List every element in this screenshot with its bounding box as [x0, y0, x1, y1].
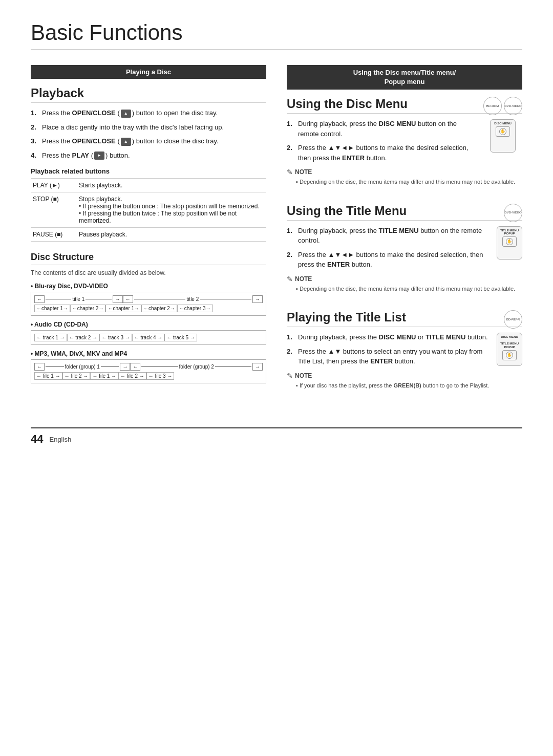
step-2: 2. Place a disc gently into the tray wit… — [31, 122, 266, 133]
table-row-pause: PAUSE (■) Pauses playback. — [31, 228, 266, 242]
note-pencil-icon-3: ✎ — [287, 372, 293, 380]
title-list-section: BD-RE/-R DISC MENUTITLE MENUPOPUP ✋ Play… — [287, 310, 522, 395]
note-label-text-2: NOTE — [295, 275, 312, 283]
disc-menu-step-2: 2. Press the ▲▼◄► buttons to make the de… — [287, 143, 479, 163]
disc-menu-note: ✎ NOTE ▪ Depending on the disc, the menu… — [287, 168, 522, 186]
playback-related-buttons-title: Playback related buttons — [31, 167, 266, 175]
step-1-text: Press the OPEN/CLOSE (▲) button to open … — [42, 108, 218, 118]
playback-table: PLAY (►) Starts playback. STOP (■) Stops… — [31, 178, 266, 242]
page-title: Basic Functions — [31, 20, 522, 50]
step-4-num: 4. — [31, 150, 39, 161]
title-list-remote: DISC MENUTITLE MENUPOPUP ✋ — [497, 333, 522, 366]
page-number: 44 — [31, 433, 43, 446]
disc-structure-heading: Disc Structure — [31, 252, 266, 265]
disc-menu-step-1: 1. During playback, press the DISC MENU … — [287, 119, 479, 139]
bluray-label: • Blu-ray Disc, DVD-VIDEO — [31, 283, 266, 290]
playback-steps-list: 1. Press the OPEN/CLOSE (▲) button to op… — [31, 108, 266, 160]
footer: 44 English — [31, 427, 522, 446]
title-list-step-2: 2. Press the ▲▼ buttons to select an ent… — [287, 347, 493, 366]
pause-button-label: PAUSE (■) — [31, 228, 77, 242]
title-menu-step-2: 2. Press the ▲▼◄► buttons to make the de… — [287, 250, 493, 270]
title-menu-heading: Using the Title Menu — [287, 204, 522, 221]
audiocd-diagram: ← track 1 → ← track 2 → ← track 3 → ← tr… — [31, 330, 266, 345]
disc-menu-section: BD-ROM DVD-VIDEO DISC MENU ✋ Using the D… — [287, 97, 522, 191]
play-description: Starts playback. — [77, 179, 266, 192]
step-1-num: 1. — [31, 108, 39, 118]
playing-a-disc-bar: Playing a Disc — [31, 65, 266, 79]
open-close-icon-1: ▲ — [121, 110, 131, 118]
note-label-text-3: NOTE — [295, 372, 312, 379]
mp3-diagram: ← folder (group) 1 → ← folder (group) 2 … — [31, 359, 266, 383]
bluray-diagram: ← title 1 → ← title 2 → ←chapter 1→ ←cha… — [31, 292, 266, 316]
disc-menu-remote: DISC MENU ✋ — [490, 119, 516, 153]
title-menu-steps: 1. During playback, press the TITLE MENU… — [287, 226, 522, 270]
title-menu-note: ✎ NOTE ▪ Depending on the disc, the menu… — [287, 275, 522, 293]
title-list-steps: 1. During playback, press the DISC MENU … — [287, 332, 522, 366]
disc-menu-note-text: ▪ Depending on the disc, the menu items … — [296, 178, 522, 186]
play-button-label: PLAY (►) — [31, 179, 77, 192]
dvd-video-badge: DVD-VIDEO — [504, 97, 522, 115]
page-language: English — [49, 436, 71, 443]
pause-description: Pauses playback. — [77, 228, 266, 242]
disc-menu-bar: Using the Disc menu/Title menu/Popup men… — [287, 65, 522, 90]
playback-heading: Playback — [31, 86, 266, 103]
step-3-num: 3. — [31, 136, 39, 146]
note-pencil-icon: ✎ — [287, 168, 293, 176]
title-menu-section: DVD-VIDEO TITLE MENUPOPUP ✋ Using the Ti… — [287, 204, 522, 298]
left-column: Playing a Disc Playback 1. Press the OPE… — [31, 65, 266, 407]
stop-description: Stops playback. • If pressing the button… — [77, 192, 266, 228]
step-4: 4. Press the PLAY (►) button. — [31, 150, 266, 161]
table-row-stop: STOP (■) Stops playback. • If pressing t… — [31, 192, 266, 228]
step-3: 3. Press the OPEN/CLOSE (▲) button to cl… — [31, 136, 266, 146]
step-1: 1. Press the OPEN/CLOSE (▲) button to op… — [31, 108, 266, 118]
bd-re-badge: BD-RE/-R — [504, 310, 522, 329]
audiocd-label: • Audio CD (CD-DA) — [31, 321, 266, 328]
step-2-text: Place a disc gently into the tray with t… — [42, 122, 224, 133]
mp3-label: • MP3, WMA, DivX, MKV and MP4 — [31, 350, 266, 357]
step-4-text: Press the PLAY (►) button. — [42, 150, 130, 161]
title-menu-remote: TITLE MENUPOPUP ✋ — [497, 226, 522, 260]
play-icon: ► — [94, 152, 104, 160]
title-menu-note-text: ▪ Depending on the disc, the menu items … — [296, 285, 522, 293]
step-2-num: 2. — [31, 122, 39, 133]
dvd-video-badge-2: DVD-VIDEO — [504, 204, 522, 222]
title-menu-step-1: 1. During playback, press the TITLE MENU… — [287, 226, 493, 246]
title-list-heading: Playing the Title List — [287, 310, 522, 327]
stop-button-label: STOP (■) — [31, 192, 77, 228]
open-close-icon-2: ▲ — [121, 138, 131, 146]
bd-rom-badge: BD-ROM — [483, 97, 502, 115]
title-list-note: ✎ NOTE ▪ If your disc has the playlist, … — [287, 372, 522, 390]
note-pencil-icon-2: ✎ — [287, 275, 293, 283]
table-row-play: PLAY (►) Starts playback. — [31, 179, 266, 192]
title-list-note-text: ▪ If your disc has the playlist, press t… — [296, 382, 522, 390]
note-label-text: NOTE — [295, 168, 312, 176]
step-3-text: Press the OPEN/CLOSE (▲) button to close… — [42, 136, 219, 146]
title-list-step-1: 1. During playback, press the DISC MENU … — [287, 332, 493, 342]
right-column: Using the Disc menu/Title menu/Popup men… — [287, 65, 522, 407]
disc-structure-section: Disc Structure The contents of disc are … — [31, 252, 266, 383]
disc-structure-desc: The contents of disc are usually divided… — [31, 269, 266, 276]
